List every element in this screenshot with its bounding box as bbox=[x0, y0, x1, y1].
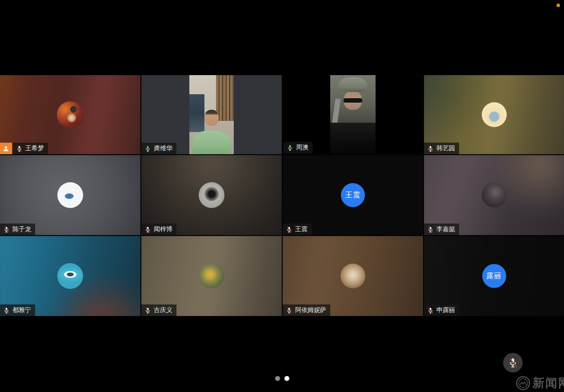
nameplate: 陈子龙 bbox=[0, 224, 35, 235]
nameplate: 李嘉懿 bbox=[424, 224, 459, 235]
participant-name: 韩艺园 bbox=[436, 144, 455, 152]
page-dot-2[interactable] bbox=[284, 376, 289, 381]
mic-muted-icon bbox=[3, 226, 10, 233]
page-indicator bbox=[0, 376, 564, 381]
participant-name: 吉庆义 bbox=[154, 306, 172, 314]
participant-tile[interactable]: 韩艺园 bbox=[424, 75, 564, 154]
avatar bbox=[199, 264, 224, 288]
participant-tile[interactable]: 李嘉懿 bbox=[424, 155, 564, 235]
avatar bbox=[57, 182, 83, 208]
participant-tile[interactable]: 龚维华 bbox=[141, 75, 282, 154]
avatar bbox=[199, 182, 224, 208]
meeting-window: 王希梦 龚维华 周澳 bbox=[0, 0, 564, 392]
participant-name: 陈子龙 bbox=[12, 225, 31, 233]
mic-muted-icon bbox=[286, 226, 292, 233]
avatar bbox=[340, 264, 365, 288]
participant-name: 龚维华 bbox=[154, 144, 172, 152]
avatar bbox=[482, 183, 507, 208]
participant-tile[interactable]: 王震 王震 bbox=[283, 155, 423, 235]
nameplate: 都雅宁 bbox=[0, 304, 35, 316]
watermark: 新闻网 bbox=[516, 375, 564, 391]
participant-tile[interactable]: 露丽 申露丽 bbox=[424, 236, 564, 316]
avatar-text: 露丽 bbox=[487, 272, 502, 281]
mic-muted-icon bbox=[427, 226, 434, 233]
avatar-initials: 露丽 bbox=[482, 264, 506, 288]
participant-name: 王希梦 bbox=[25, 144, 44, 152]
participant-name: 王震 bbox=[295, 225, 308, 233]
recording-indicator-dot bbox=[556, 4, 560, 7]
participant-name: 闻梓博 bbox=[154, 225, 172, 233]
mic-muted-icon bbox=[3, 307, 10, 314]
participant-name: 申露丽 bbox=[436, 306, 455, 314]
mic-muted-icon bbox=[286, 307, 292, 314]
host-badge-icon bbox=[0, 143, 12, 154]
live-video-feed bbox=[189, 75, 234, 154]
avatar bbox=[482, 102, 507, 127]
nameplate: 吉庆义 bbox=[141, 304, 176, 316]
participant-name: 阿依姆妮萨 bbox=[295, 306, 326, 314]
avatar bbox=[57, 263, 83, 289]
participant-tile-active-speaker[interactable]: 周澳 bbox=[283, 75, 423, 154]
page-dot-1[interactable] bbox=[275, 376, 280, 381]
nameplate: 阿依姆妮萨 bbox=[283, 304, 330, 316]
mic-toggle-button[interactable] bbox=[503, 353, 523, 372]
participant-tile[interactable]: 闻梓博 bbox=[141, 155, 282, 235]
nameplate: 龚维华 bbox=[141, 143, 176, 154]
mic-muted-icon bbox=[427, 145, 434, 152]
participant-tile[interactable]: 陈子龙 bbox=[0, 155, 140, 235]
participant-tile[interactable]: 阿依姆妮萨 bbox=[283, 236, 423, 316]
participant-name: 都雅宁 bbox=[12, 306, 31, 314]
nameplate: 王震 bbox=[283, 224, 312, 235]
avatar-text: 王震 bbox=[345, 191, 360, 200]
participant-tile[interactable]: 吉庆义 bbox=[141, 236, 282, 316]
mic-muted-icon bbox=[16, 145, 23, 152]
avatar bbox=[57, 101, 84, 128]
watermark-seal-icon bbox=[516, 376, 531, 391]
nameplate: 周澳 bbox=[284, 142, 312, 153]
participant-tile[interactable]: 都雅宁 bbox=[0, 236, 140, 316]
participant-name: 李嘉懿 bbox=[436, 225, 455, 233]
nameplate: 闻梓博 bbox=[141, 224, 176, 235]
participant-tile[interactable]: 王希梦 bbox=[0, 75, 140, 154]
mic-muted-icon bbox=[144, 307, 151, 314]
live-video-feed bbox=[330, 75, 376, 154]
mic-muted-icon bbox=[427, 307, 434, 314]
mic-live-icon bbox=[287, 144, 293, 151]
mic-muted-icon bbox=[144, 226, 151, 233]
avatar-initials: 王震 bbox=[341, 183, 365, 207]
nameplate: 王希梦 bbox=[13, 143, 48, 154]
mic-live-icon bbox=[144, 145, 151, 152]
nameplate: 申露丽 bbox=[424, 304, 459, 316]
watermark-text: 新闻网 bbox=[532, 375, 564, 391]
participant-name: 周澳 bbox=[296, 144, 308, 152]
nameplate: 韩艺园 bbox=[424, 143, 459, 154]
